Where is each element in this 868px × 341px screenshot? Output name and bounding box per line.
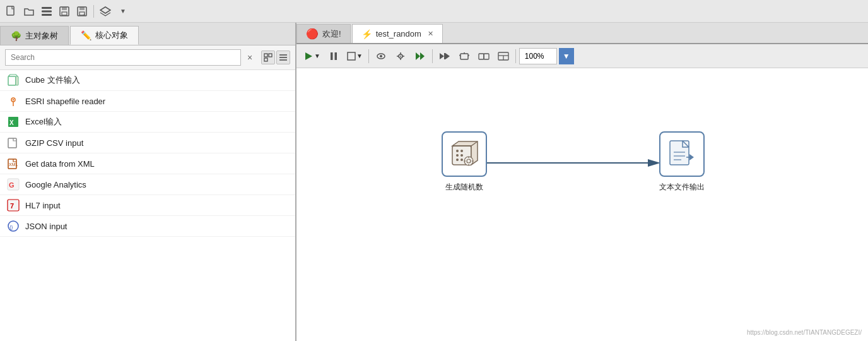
preview-button[interactable] [372, 47, 390, 65]
xml-icon: XML [6, 157, 20, 170]
esri-icon [6, 94, 20, 108]
expand-tree-button[interactable] [261, 51, 275, 64]
svg-rect-36 [348, 52, 355, 60]
list-view-button[interactable] [276, 51, 290, 64]
save-icon[interactable] [57, 4, 72, 19]
list-item[interactable]: XML Get data from XML [0, 153, 295, 174]
list-item[interactable]: 7 HL7 input [0, 195, 295, 216]
new-file-icon[interactable] [4, 4, 19, 19]
run-button[interactable]: ▼ [302, 47, 323, 65]
list-item[interactable]: ESRI shapefile reader [0, 91, 295, 112]
tree-icon: 🌳 [11, 31, 21, 41]
list-item[interactable]: GZIP CSV input [0, 133, 295, 153]
search-input[interactable] [5, 49, 241, 66]
right-panel: 🔴 欢迎! ⚡ test_random ✕ ▼ ▼ [296, 23, 868, 341]
svg-text:G: G [9, 181, 15, 189]
node-random-gen-box[interactable] [442, 131, 487, 177]
node-ga-label: Google Analytics [25, 180, 86, 189]
tab-close-button[interactable]: ✕ [428, 30, 433, 38]
svg-rect-13 [269, 54, 272, 57]
pause-button[interactable] [325, 47, 343, 65]
svg-rect-24 [8, 138, 16, 148]
list-item[interactable]: X Excel输入 [0, 112, 295, 133]
json-icon: {} [6, 219, 20, 233]
svg-point-61 [460, 150, 463, 152]
main-toolbar: + ▼ [0, 0, 868, 23]
tab-welcome[interactable]: 🔴 欢迎! [296, 24, 351, 43]
svg-point-65 [460, 159, 463, 161]
svg-marker-47 [440, 53, 444, 59]
tab-core-objects[interactable]: ✏️ 核心对象 [70, 26, 139, 45]
zoom-dropdown-button[interactable]: ▼ [559, 48, 574, 64]
svg-rect-50 [460, 54, 468, 59]
list-icon[interactable] [39, 4, 54, 19]
svg-text:X: X [9, 119, 14, 126]
svg-rect-35 [334, 52, 337, 60]
hl7-icon: 7 [6, 198, 20, 212]
node-file-output[interactable]: 文本文件输出 [659, 131, 705, 193]
pencil-icon: ✏️ [81, 30, 91, 40]
step-debug-button[interactable] [475, 47, 493, 65]
svg-marker-49 [445, 53, 450, 59]
svg-rect-8 [79, 7, 85, 10]
cube-file-input-icon [6, 73, 20, 87]
test-random-tab-icon: ⚡ [361, 29, 372, 39]
google-analytics-icon: G [6, 177, 20, 191]
svg-rect-12 [264, 54, 267, 57]
layout-button[interactable] [495, 47, 512, 65]
svg-rect-14 [264, 58, 267, 61]
search-bar: × [0, 45, 295, 70]
welcome-tab-icon: 🔴 [306, 28, 319, 40]
search-clear-button[interactable]: × [243, 51, 256, 64]
svg-marker-11 [100, 7, 110, 13]
svg-marker-73 [648, 159, 660, 167]
node-random-gen[interactable]: 生成随机数 [442, 131, 487, 193]
layers-dropdown-icon[interactable]: ▼ [115, 4, 131, 19]
svg-point-60 [456, 150, 459, 152]
panel-tabs: 🌳 主对象树 ✏️ 核心对象 [0, 23, 295, 45]
layers-icon[interactable] [98, 4, 113, 19]
saveas-icon[interactable]: + [74, 4, 90, 19]
svg-rect-19 [16, 76, 18, 85]
svg-rect-55 [484, 54, 489, 59]
tab-main-tree[interactable]: 🌳 主对象树 [0, 26, 69, 45]
stop-button[interactable]: ▼ [344, 47, 365, 65]
svg-rect-6 [62, 12, 67, 15]
svg-point-38 [380, 55, 382, 57]
tab-test-random[interactable]: ⚡ test_random ✕ [352, 24, 443, 43]
settings-button[interactable] [392, 47, 409, 65]
gzip-icon [6, 136, 20, 150]
svg-rect-18 [8, 76, 16, 85]
svg-point-40 [400, 56, 401, 57]
step-button[interactable] [436, 47, 454, 65]
zoom-display: 100% [519, 48, 557, 64]
editor-tabs: 🔴 欢迎! ⚡ test_random ✕ [296, 23, 868, 44]
excel-icon: X [6, 115, 20, 129]
svg-point-64 [456, 159, 459, 161]
search-actions [261, 51, 290, 64]
left-panel: 🌳 主对象树 ✏️ 核心对象 × [0, 23, 296, 341]
list-item[interactable]: Cube 文件输入 [0, 70, 295, 91]
svg-rect-54 [479, 54, 484, 59]
open-file-icon[interactable] [21, 4, 37, 19]
svg-marker-45 [416, 52, 420, 60]
run-all-button[interactable] [411, 47, 429, 65]
svg-text:{}: {} [9, 224, 13, 230]
svg-text:7: 7 [10, 202, 14, 210]
svg-marker-46 [420, 52, 425, 60]
tab-core-objects-label: 核心对象 [95, 30, 128, 41]
svg-point-21 [13, 99, 14, 100]
node-hl7-label: HL7 input [25, 201, 61, 210]
watermark: https://blog.csdn.net/TIANTANGDEGEZI/ [747, 329, 862, 336]
svg-rect-1 [42, 7, 52, 9]
node-xml-label: Get data from XML [25, 159, 95, 169]
list-item[interactable]: {} JSON input [0, 216, 295, 237]
debug-button[interactable] [455, 47, 473, 65]
node-random-gen-label: 生成随机数 [445, 182, 483, 193]
node-file-output-box[interactable] [659, 131, 705, 177]
workflow-canvas[interactable]: 生成随机数 [296, 68, 868, 341]
node-list: Cube 文件输入 ESRI shapefile reader X Excel输… [0, 70, 295, 341]
svg-rect-5 [62, 7, 67, 10]
list-item[interactable]: G Google Analytics [0, 174, 295, 195]
svg-point-66 [464, 157, 473, 165]
